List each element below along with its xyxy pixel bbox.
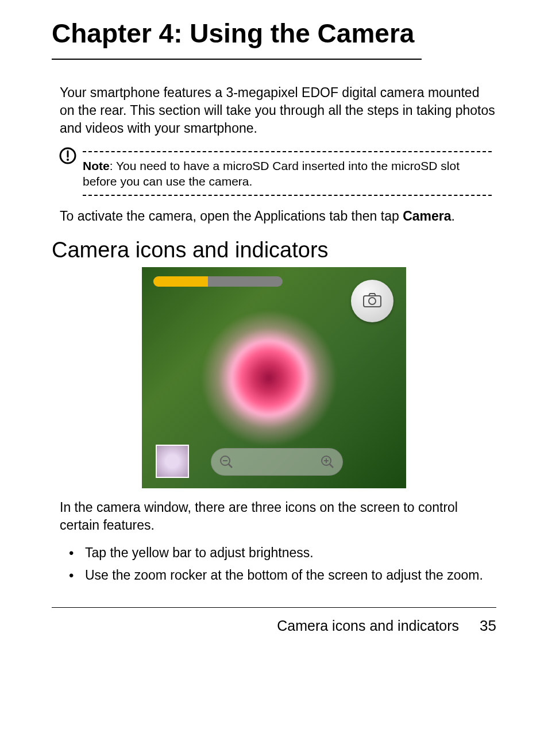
photo-subject: [200, 309, 338, 447]
note-content: Note: You need to have a microSD Card in…: [83, 151, 492, 196]
shutter-button[interactable]: [351, 280, 393, 322]
camera-icon: [362, 292, 382, 310]
brightness-bar[interactable]: [153, 276, 283, 287]
zoom-out-icon[interactable]: [218, 454, 234, 470]
activate-pre: To activate the camera, open the Applica…: [60, 209, 403, 223]
camera-viewfinder: [142, 267, 406, 488]
gallery-thumbnail[interactable]: [156, 445, 189, 478]
zoom-rocker[interactable]: [211, 448, 343, 476]
note-block: Note: You need to have a microSD Card in…: [59, 151, 492, 196]
svg-point-4: [369, 298, 376, 304]
page-number: 35: [480, 617, 496, 635]
activate-instruction: To activate the camera, open the Applica…: [52, 207, 496, 225]
intro-paragraph: Your smartphone features a 3-megapixel E…: [52, 84, 496, 137]
zoom-in-icon[interactable]: [319, 454, 335, 470]
note-text: : You need to have a microSD Card insert…: [83, 159, 460, 188]
activate-post: .: [451, 209, 455, 223]
footer-section-label: Camera icons and indicators: [277, 618, 459, 634]
note-label: Note: [83, 159, 110, 172]
camera-screenshot-figure: [52, 267, 496, 488]
chapter-title: Chapter 4: Using the Camera: [52, 17, 422, 60]
section-heading: Camera icons and indicators: [52, 238, 496, 263]
svg-point-2: [67, 159, 69, 161]
page-footer: Camera icons and indicators 35: [52, 607, 496, 635]
important-icon: [59, 146, 77, 167]
bullet-item: Use the zoom rocker at the bottom of the…: [69, 566, 496, 584]
svg-line-6: [229, 464, 232, 468]
screenshot-description: In the camera window, there are three ic…: [52, 499, 496, 534]
feature-bullets: Tap the yellow bar to adjust brightness.…: [52, 543, 496, 584]
bullet-item: Tap the yellow bar to adjust brightness.: [69, 543, 496, 562]
activate-bold: Camera: [403, 209, 451, 223]
brightness-fill: [153, 276, 208, 287]
svg-line-9: [330, 464, 333, 468]
